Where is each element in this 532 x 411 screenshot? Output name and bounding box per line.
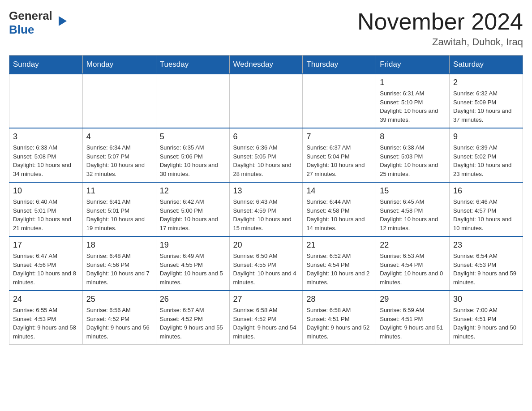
calendar-cell: 3Sunrise: 6:33 AM Sunset: 5:08 PM Daylig… [9, 128, 83, 182]
logo: General Blue [9, 9, 59, 37]
day-number: 15 [380, 186, 446, 196]
sun-info: Sunrise: 6:34 AM Sunset: 5:07 PM Dayligh… [86, 143, 152, 178]
sun-info: Sunrise: 6:56 AM Sunset: 4:52 PM Dayligh… [86, 306, 152, 341]
day-number: 6 [233, 132, 299, 141]
calendar-cell: 8Sunrise: 6:38 AM Sunset: 5:03 PM Daylig… [376, 128, 450, 182]
day-number: 13 [233, 186, 299, 196]
calendar-cell: 17Sunrise: 6:47 AM Sunset: 4:56 PM Dayli… [9, 236, 83, 291]
calendar-cell: 7Sunrise: 6:37 AM Sunset: 5:04 PM Daylig… [303, 128, 376, 182]
calendar-cell [303, 74, 376, 128]
calendar-cell: 1Sunrise: 6:31 AM Sunset: 5:10 PM Daylig… [376, 74, 450, 128]
logo-general-text: General [9, 9, 52, 23]
sun-info: Sunrise: 6:54 AM Sunset: 4:53 PM Dayligh… [453, 252, 519, 287]
sun-info: Sunrise: 6:59 AM Sunset: 4:51 PM Dayligh… [380, 306, 446, 341]
week-row-2: 3Sunrise: 6:33 AM Sunset: 5:08 PM Daylig… [9, 128, 523, 182]
calendar-cell: 19Sunrise: 6:49 AM Sunset: 4:55 PM Dayli… [156, 236, 229, 291]
day-number: 8 [380, 132, 446, 141]
calendar-cell: 20Sunrise: 6:50 AM Sunset: 4:55 PM Dayli… [229, 236, 303, 291]
week-row-3: 10Sunrise: 6:40 AM Sunset: 5:01 PM Dayli… [9, 182, 523, 236]
day-number: 2 [453, 78, 519, 87]
col-sunday: Sunday [9, 56, 83, 74]
day-number: 16 [453, 186, 519, 196]
day-number: 28 [306, 295, 372, 304]
location-subtitle: Zawitah, Duhok, Iraq [357, 36, 523, 48]
svg-marker-0 [59, 16, 67, 26]
sun-info: Sunrise: 6:55 AM Sunset: 4:53 PM Dayligh… [13, 306, 79, 341]
day-number: 22 [380, 240, 446, 250]
sun-info: Sunrise: 6:38 AM Sunset: 5:03 PM Dayligh… [380, 143, 446, 178]
calendar-cell [156, 74, 229, 128]
calendar-cell: 27Sunrise: 6:58 AM Sunset: 4:52 PM Dayli… [229, 291, 303, 345]
sun-info: Sunrise: 6:32 AM Sunset: 5:09 PM Dayligh… [453, 89, 519, 124]
calendar-cell: 25Sunrise: 6:56 AM Sunset: 4:52 PM Dayli… [82, 291, 156, 345]
day-number: 18 [86, 240, 152, 250]
day-number: 7 [306, 132, 372, 141]
calendar-header-row: Sunday Monday Tuesday Wednesday Thursday… [9, 56, 523, 74]
sun-info: Sunrise: 6:53 AM Sunset: 4:54 PM Dayligh… [380, 252, 446, 287]
month-title: November 2024 [357, 9, 523, 34]
day-number: 12 [160, 186, 226, 196]
week-row-1: 1Sunrise: 6:31 AM Sunset: 5:10 PM Daylig… [9, 74, 523, 128]
day-number: 19 [160, 240, 226, 250]
day-number: 29 [380, 295, 446, 304]
sun-info: Sunrise: 6:57 AM Sunset: 4:52 PM Dayligh… [160, 306, 226, 341]
sun-info: Sunrise: 6:58 AM Sunset: 4:52 PM Dayligh… [233, 306, 299, 341]
day-number: 21 [306, 240, 372, 250]
col-saturday: Saturday [450, 56, 523, 74]
sun-info: Sunrise: 6:35 AM Sunset: 5:06 PM Dayligh… [160, 143, 226, 178]
sun-info: Sunrise: 6:39 AM Sunset: 5:02 PM Dayligh… [453, 143, 519, 178]
calendar-cell [82, 74, 156, 128]
calendar-cell: 6Sunrise: 6:36 AM Sunset: 5:05 PM Daylig… [229, 128, 303, 182]
sun-info: Sunrise: 6:40 AM Sunset: 5:01 PM Dayligh… [13, 197, 79, 232]
day-number: 10 [13, 186, 79, 196]
day-number: 4 [86, 132, 152, 141]
sun-info: Sunrise: 6:49 AM Sunset: 4:55 PM Dayligh… [160, 252, 226, 287]
sun-info: Sunrise: 6:37 AM Sunset: 5:04 PM Dayligh… [306, 143, 372, 178]
col-thursday: Thursday [303, 56, 376, 74]
calendar-cell: 14Sunrise: 6:44 AM Sunset: 4:58 PM Dayli… [303, 182, 376, 236]
calendar-cell: 30Sunrise: 7:00 AM Sunset: 4:51 PM Dayli… [450, 291, 523, 345]
calendar-cell: 22Sunrise: 6:53 AM Sunset: 4:54 PM Dayli… [376, 236, 450, 291]
col-wednesday: Wednesday [229, 56, 303, 74]
calendar-cell: 15Sunrise: 6:45 AM Sunset: 4:58 PM Dayli… [376, 182, 450, 236]
sun-info: Sunrise: 6:58 AM Sunset: 4:51 PM Dayligh… [306, 306, 372, 341]
sun-info: Sunrise: 6:52 AM Sunset: 4:54 PM Dayligh… [306, 252, 372, 287]
calendar-cell: 12Sunrise: 6:42 AM Sunset: 5:00 PM Dayli… [156, 182, 229, 236]
calendar-cell: 13Sunrise: 6:43 AM Sunset: 4:59 PM Dayli… [229, 182, 303, 236]
sun-info: Sunrise: 6:44 AM Sunset: 4:58 PM Dayligh… [306, 197, 372, 232]
calendar-cell: 10Sunrise: 6:40 AM Sunset: 5:01 PM Dayli… [9, 182, 83, 236]
day-number: 23 [453, 240, 519, 250]
day-number: 30 [453, 295, 519, 304]
week-row-5: 24Sunrise: 6:55 AM Sunset: 4:53 PM Dayli… [9, 291, 523, 345]
sun-info: Sunrise: 6:33 AM Sunset: 5:08 PM Dayligh… [13, 143, 79, 178]
col-friday: Friday [376, 56, 450, 74]
calendar-cell [229, 74, 303, 128]
day-number: 20 [233, 240, 299, 250]
calendar-cell: 23Sunrise: 6:54 AM Sunset: 4:53 PM Dayli… [450, 236, 523, 291]
calendar-cell: 29Sunrise: 6:59 AM Sunset: 4:51 PM Dayli… [376, 291, 450, 345]
calendar-cell: 28Sunrise: 6:58 AM Sunset: 4:51 PM Dayli… [303, 291, 376, 345]
calendar-cell: 24Sunrise: 6:55 AM Sunset: 4:53 PM Dayli… [9, 291, 83, 345]
day-number: 14 [306, 186, 372, 196]
calendar-cell: 16Sunrise: 6:46 AM Sunset: 4:57 PM Dayli… [450, 182, 523, 236]
day-number: 9 [453, 132, 519, 141]
sun-info: Sunrise: 6:48 AM Sunset: 4:56 PM Dayligh… [86, 252, 152, 287]
day-number: 3 [13, 132, 79, 141]
day-number: 24 [13, 295, 79, 304]
day-number: 1 [380, 78, 446, 87]
calendar-cell: 5Sunrise: 6:35 AM Sunset: 5:06 PM Daylig… [156, 128, 229, 182]
calendar-cell: 26Sunrise: 6:57 AM Sunset: 4:52 PM Dayli… [156, 291, 229, 345]
logo-blue-text: Blue [9, 23, 34, 36]
sun-info: Sunrise: 6:43 AM Sunset: 4:59 PM Dayligh… [233, 197, 299, 232]
sun-info: Sunrise: 6:31 AM Sunset: 5:10 PM Dayligh… [380, 89, 446, 124]
title-area: November 2024 Zawitah, Duhok, Iraq [357, 9, 523, 48]
sun-info: Sunrise: 6:41 AM Sunset: 5:01 PM Dayligh… [86, 197, 152, 232]
day-number: 25 [86, 295, 152, 304]
sun-info: Sunrise: 6:50 AM Sunset: 4:55 PM Dayligh… [233, 252, 299, 287]
calendar-cell: 9Sunrise: 6:39 AM Sunset: 5:02 PM Daylig… [450, 128, 523, 182]
sun-info: Sunrise: 6:45 AM Sunset: 4:58 PM Dayligh… [380, 197, 446, 232]
calendar-cell: 11Sunrise: 6:41 AM Sunset: 5:01 PM Dayli… [82, 182, 156, 236]
sun-info: Sunrise: 6:47 AM Sunset: 4:56 PM Dayligh… [13, 252, 79, 287]
calendar-cell: 21Sunrise: 6:52 AM Sunset: 4:54 PM Dayli… [303, 236, 376, 291]
calendar-cell: 2Sunrise: 6:32 AM Sunset: 5:09 PM Daylig… [450, 74, 523, 128]
